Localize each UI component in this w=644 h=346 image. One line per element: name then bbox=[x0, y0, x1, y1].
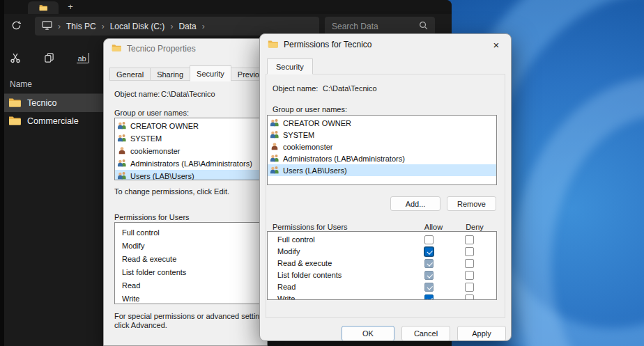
deny-column-header: Deny bbox=[457, 223, 492, 231]
new-tab-button[interactable]: + bbox=[64, 1, 77, 13]
screen-edge bbox=[0, 0, 4, 346]
remove-button[interactable]: Remove bbox=[447, 196, 496, 211]
group-icon bbox=[270, 154, 279, 164]
group-name: SYSTEM bbox=[283, 131, 314, 139]
object-name-label: Object name: bbox=[273, 84, 323, 93]
file-row-commerciale[interactable]: Commerciale bbox=[0, 112, 103, 130]
permissions-list[interactable]: Full control Modify Read & execute List … bbox=[114, 222, 268, 304]
group-user-list[interactable]: CREATOR OWNER SYSTEM cookiemonster Admin… bbox=[114, 118, 268, 180]
group-icon bbox=[270, 130, 279, 140]
breadcrumb-this-pc[interactable]: This PC bbox=[66, 22, 96, 31]
search-box[interactable]: Search Data bbox=[325, 17, 435, 36]
deny-checkbox-read[interactable] bbox=[465, 283, 474, 292]
group-icon bbox=[117, 134, 127, 143]
address-bar[interactable]: › This PC › Local Disk (C:) › Data › bbox=[35, 17, 319, 36]
group-user-list[interactable]: CREATOR OWNER SYSTEM cookiemonster Admin… bbox=[267, 115, 497, 185]
chevron-right-icon[interactable]: › bbox=[202, 22, 205, 31]
properties-tabs: General Sharing Security Previous Vers bbox=[109, 65, 268, 81]
list-item-cookiemonster[interactable]: cookiemonster bbox=[115, 145, 268, 157]
deny-checkbox-modify[interactable] bbox=[465, 247, 474, 256]
deny-checkbox-full-control[interactable] bbox=[465, 235, 474, 244]
list-item-users[interactable]: Users (LAB\Users) bbox=[268, 164, 496, 176]
file-row-tecnico[interactable]: Tecnico bbox=[0, 94, 103, 112]
allow-checkbox-list-folder-contents[interactable] bbox=[424, 271, 434, 280]
permissions-label: Permissions for Users bbox=[114, 213, 190, 221]
cut-button[interactable] bbox=[7, 50, 24, 67]
tab-security[interactable]: Security bbox=[267, 58, 313, 74]
list-item-administrators[interactable]: Administrators (LAB\Administrators) bbox=[268, 152, 496, 164]
group-name: Users (LAB\Users) bbox=[283, 166, 347, 175]
permission-label: Full control bbox=[122, 228, 160, 237]
list-item-users[interactable]: Users (LAB\Users) bbox=[115, 170, 268, 180]
allow-checkbox-full-control[interactable] bbox=[424, 235, 434, 244]
deny-checkbox-read-execute[interactable] bbox=[465, 259, 474, 268]
group-list-label: Group or user names: bbox=[114, 109, 189, 117]
permission-label: List folder contents bbox=[277, 271, 342, 279]
refresh-icon bbox=[11, 20, 22, 33]
permission-row-modify: Modify bbox=[268, 246, 496, 258]
allow-checkbox-write[interactable] bbox=[424, 294, 434, 300]
deny-checkbox-list-folder-contents[interactable] bbox=[465, 271, 474, 280]
refresh-button[interactable] bbox=[8, 19, 24, 34]
chevron-right-icon[interactable]: › bbox=[170, 22, 173, 31]
copy-button[interactable] bbox=[40, 50, 57, 67]
permission-row: Write bbox=[115, 292, 268, 304]
permission-label: Read bbox=[122, 281, 140, 290]
cancel-button[interactable]: Cancel bbox=[401, 326, 450, 341]
permission-row-read-execute: Read & execute bbox=[268, 258, 496, 269]
list-item-creator-owner[interactable]: CREATOR OWNER bbox=[115, 120, 268, 132]
group-icon bbox=[117, 159, 127, 168]
folder-icon bbox=[8, 97, 21, 109]
file-name: Tecnico bbox=[27, 98, 56, 108]
rename-icon: ab bbox=[77, 54, 87, 63]
allow-checkbox-read-execute[interactable] bbox=[424, 259, 434, 268]
edit-hint: To change permissions, click Edit. bbox=[114, 187, 229, 196]
chevron-right-icon[interactable]: › bbox=[102, 22, 105, 31]
breadcrumb-data[interactable]: Data bbox=[178, 22, 196, 31]
explorer-command-bar: ab bbox=[7, 50, 91, 67]
list-item-creator-owner[interactable]: CREATOR OWNER bbox=[268, 117, 496, 129]
ok-button[interactable]: OK bbox=[342, 326, 394, 341]
permission-row: List folder contents bbox=[115, 265, 268, 278]
properties-dialog-titlebar[interactable]: Tecnico Properties bbox=[104, 39, 267, 58]
folder-icon bbox=[39, 1, 47, 14]
permissions-dialog: Permissions for Tecnico × Security Objec… bbox=[259, 33, 512, 341]
allow-checkbox-modify[interactable] bbox=[424, 247, 434, 256]
search-placeholder: Search Data bbox=[332, 22, 378, 31]
dialog-title: Tecnico Properties bbox=[127, 44, 196, 54]
group-icon bbox=[270, 118, 279, 128]
file-name: Commerciale bbox=[27, 116, 79, 126]
tab-sharing[interactable]: Sharing bbox=[150, 68, 190, 81]
tab-panel-border bbox=[109, 80, 268, 81]
permission-label: List folder contents bbox=[122, 268, 186, 276]
permissions-dialog-titlebar[interactable]: Permissions for Tecnico bbox=[260, 34, 511, 55]
list-item-cookiemonster[interactable]: cookiemonster bbox=[268, 141, 496, 152]
group-name: Administrators (LAB\Administrators) bbox=[130, 159, 252, 168]
search-icon[interactable] bbox=[419, 21, 428, 32]
group-icon bbox=[117, 121, 127, 131]
apply-button[interactable]: Apply bbox=[457, 326, 506, 341]
tab-general[interactable]: General bbox=[109, 68, 151, 81]
close-icon[interactable]: × bbox=[490, 38, 503, 51]
permissions-checkbox-list[interactable]: Full control Modify Read & execute List … bbox=[267, 231, 497, 300]
permission-label: Write bbox=[122, 294, 139, 303]
allow-checkbox-read[interactable] bbox=[424, 283, 434, 292]
permission-row-write: Write bbox=[268, 293, 496, 300]
add-button[interactable]: Add... bbox=[390, 196, 440, 211]
permission-label: Modify bbox=[122, 242, 144, 250]
group-name: CREATOR OWNER bbox=[283, 119, 351, 127]
column-header-name[interactable]: Name bbox=[0, 75, 103, 94]
list-item-system[interactable]: SYSTEM bbox=[115, 132, 268, 145]
breadcrumb-local-disk-c[interactable]: Local Disk (C:) bbox=[110, 22, 165, 31]
explorer-tab[interactable] bbox=[28, 1, 59, 14]
scissors-icon bbox=[10, 52, 21, 65]
list-item-administrators[interactable]: Administrators (LAB\Administrators) bbox=[115, 157, 268, 170]
permission-label: Write bbox=[277, 294, 295, 300]
rename-button[interactable]: ab bbox=[74, 50, 91, 67]
object-name-row: Object name: C:\Data\Tecnico bbox=[114, 90, 215, 98]
deny-checkbox-write[interactable] bbox=[465, 294, 474, 300]
advanced-hint-line2: click Advanced. bbox=[114, 321, 167, 329]
group-list-label: Group or user names: bbox=[273, 105, 347, 113]
tab-security[interactable]: Security bbox=[190, 65, 231, 81]
list-item-system[interactable]: SYSTEM bbox=[268, 129, 496, 141]
